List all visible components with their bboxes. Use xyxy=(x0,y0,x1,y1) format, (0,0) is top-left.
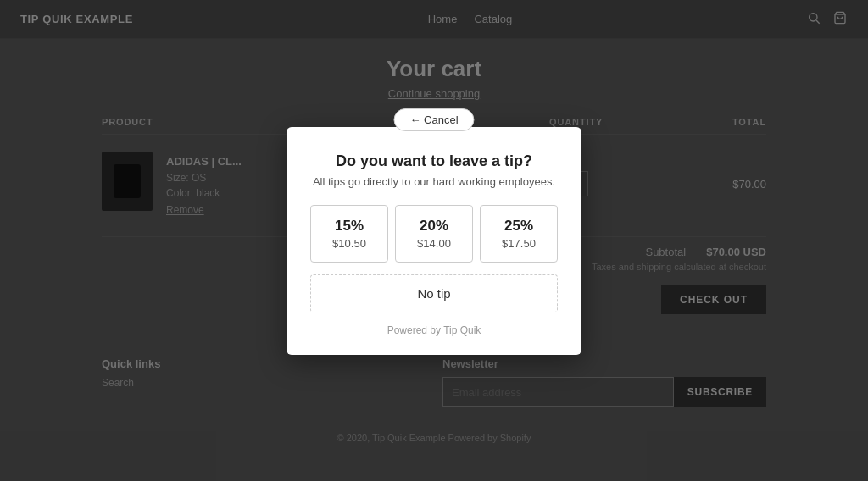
tip-percent-20: 20% xyxy=(403,218,465,235)
modal-overlay[interactable]: ← Cancel Do you want to leave a tip? All… xyxy=(0,0,868,481)
tip-amount-25: $17.50 xyxy=(487,237,550,250)
tip-amount-20: $14.00 xyxy=(403,237,465,250)
tip-options: 15% $10.50 20% $14.00 25% $17.50 xyxy=(310,205,558,263)
modal-title: Do you want to leave a tip? xyxy=(310,152,558,170)
powered-by: Powered by Tip Quik xyxy=(310,324,558,336)
tip-option-25[interactable]: 25% $17.50 xyxy=(480,205,558,263)
modal-subtitle: All tips go directly to our hard working… xyxy=(310,175,558,188)
tip-percent-25: 25% xyxy=(487,218,550,235)
tip-option-15[interactable]: 15% $10.50 xyxy=(310,205,388,263)
page-background: TIP QUIK EXAMPLE Home Catalog Your cart … xyxy=(0,0,868,481)
tip-amount-15: $10.50 xyxy=(318,237,381,250)
tip-percent-15: 15% xyxy=(318,218,381,235)
no-tip-button[interactable]: No tip xyxy=(310,274,558,312)
cancel-button[interactable]: ← Cancel xyxy=(393,108,474,131)
tip-modal: ← Cancel Do you want to leave a tip? All… xyxy=(287,127,581,355)
tip-option-20[interactable]: 20% $14.00 xyxy=(395,205,473,263)
